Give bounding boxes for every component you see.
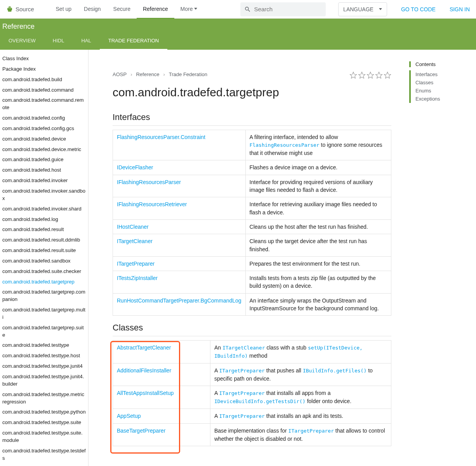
sidebar-item[interactable]: com.android.tradefed.config.gcs xyxy=(2,123,88,134)
topnav-item-secure[interactable]: Secure xyxy=(107,0,137,19)
green-tab-hal[interactable]: HAL xyxy=(73,32,99,50)
table-row: AdditionalFilesInstallerA ITargetPrepare… xyxy=(113,363,391,386)
class-link[interactable]: AdditionalFilesInstaller xyxy=(117,367,171,374)
sidebar-item[interactable]: com.android.tradefed.testtype.suite.modu… xyxy=(2,428,88,446)
breadcrumb-item[interactable]: Reference xyxy=(136,71,159,77)
code-ref[interactable]: ITargetPreparer xyxy=(219,390,264,396)
toc-item-exceptions[interactable]: Exceptions xyxy=(409,95,466,103)
sidebar-item[interactable]: com.android.tradefed.command.remote xyxy=(2,95,88,113)
table-row: ITestsZipInstallerInstalls tests from a … xyxy=(113,271,391,294)
sidebar-item[interactable]: com.android.tradefed.util xyxy=(2,463,88,466)
sidebar-item[interactable]: com.android.tradefed.device xyxy=(2,134,88,144)
code-ref[interactable]: ITargetPreparer xyxy=(219,413,264,419)
sidebar-item[interactable]: com.android.tradefed.log xyxy=(2,214,88,225)
code-ref[interactable]: ITargetPreparer xyxy=(219,368,264,374)
code-ref[interactable]: ITargetPreparer xyxy=(288,428,334,434)
sidebar-item[interactable]: com.android.tradefed.testtype xyxy=(2,340,88,351)
star-icon[interactable] xyxy=(358,71,366,79)
sidebar-item[interactable]: com.android.tradefed.testtype.python xyxy=(2,407,88,417)
sidebar-item[interactable]: com.android.tradefed.invoker xyxy=(2,176,88,186)
go-to-code-link[interactable]: GO TO CODE xyxy=(401,6,436,12)
sidebar-item[interactable]: com.android.tradefed.testtype.suite xyxy=(2,417,88,428)
toc-item-classes[interactable]: Classes xyxy=(409,78,466,87)
sidebar-item[interactable]: com.android.tradefed.testtype.junit4 xyxy=(2,361,88,372)
sidebar-item[interactable]: com.android.tradefed.targetprep.multi xyxy=(2,305,88,323)
table-row: BaseTargetPreparerBase implementation cl… xyxy=(113,423,391,446)
sign-in-link[interactable]: SIGN IN xyxy=(450,6,470,12)
sidebar-item[interactable]: com.android.tradefed.sandbox xyxy=(2,256,88,266)
code-ref[interactable]: ITargetCleaner xyxy=(222,345,265,351)
topnav-item-design[interactable]: Design xyxy=(78,0,107,19)
class-link[interactable]: AllTestAppsInstallSetup xyxy=(117,390,174,396)
sidebar-item[interactable]: com.android.tradefed.suite.checker xyxy=(2,266,88,277)
content-area: AOSP›Reference›Trade Federation com.andr… xyxy=(89,50,476,466)
interface-desc: Interface for providing required version… xyxy=(245,175,391,197)
sidebar-item[interactable]: com.android.tradefed.host xyxy=(2,165,88,176)
sidebar-item[interactable]: com.android.tradefed.guice xyxy=(2,155,88,165)
interface-link[interactable]: IFlashingResourcesRetriever xyxy=(117,201,187,207)
class-link[interactable]: BaseTargetPreparer xyxy=(117,428,165,434)
language-button[interactable]: LANGUAGE xyxy=(338,2,387,16)
breadcrumb-item[interactable]: AOSP xyxy=(113,71,127,77)
sidebar-item[interactable]: com.android.tradefed.command xyxy=(2,85,88,96)
interface-link[interactable]: ITargetPreparer xyxy=(117,261,155,267)
sidebar-item[interactable]: com.android.tradefed.targetprep.suite xyxy=(2,323,88,341)
chevron-right-icon: › xyxy=(163,71,165,77)
star-icon[interactable] xyxy=(384,71,391,79)
code-ref[interactable]: IBuildInfo.getFiles() xyxy=(303,368,367,374)
sidebar-item[interactable]: com.android.tradefed.result.suite xyxy=(2,245,88,256)
sidebar-item[interactable]: com.android.tradefed.targetprep xyxy=(2,277,88,287)
search-input[interactable] xyxy=(254,6,322,12)
search-box[interactable] xyxy=(240,2,326,16)
sidebar-item[interactable]: com.android.tradefed.build xyxy=(2,75,88,85)
sidebar-item[interactable]: com.android.tradefed.testtype.junit4.bui… xyxy=(2,372,88,389)
green-tab-trade-federation[interactable]: TRADE FEDERATION xyxy=(100,32,168,50)
logo[interactable]: Source xyxy=(6,5,34,14)
sidebar-item[interactable]: com.android.tradefed.result.ddmlib xyxy=(2,235,88,245)
star-icon[interactable] xyxy=(367,71,374,79)
sidebar-item[interactable]: Package Index xyxy=(2,64,88,75)
breadcrumb-item[interactable]: Trade Federation xyxy=(169,71,207,77)
green-tab-overview[interactable]: OVERVIEW xyxy=(0,32,44,50)
rating-stars[interactable] xyxy=(349,71,391,79)
toc-item-interfaces[interactable]: Interfaces xyxy=(409,70,466,78)
table-row: ITargetCleanerCleans up the target devic… xyxy=(113,234,391,257)
code-ref[interactable]: FlashingResourcesParser xyxy=(250,142,320,148)
topnav-item-set-up[interactable]: Set up xyxy=(50,0,78,19)
star-icon[interactable] xyxy=(349,71,357,79)
interface-link[interactable]: IFlashingResourcesParser xyxy=(117,179,181,185)
code-ref[interactable]: IDeviceBuildInfo.getTestsDir() xyxy=(214,398,306,404)
green-tab-hidl[interactable]: HIDL xyxy=(44,32,73,50)
sidebar-item[interactable]: com.android.tradefed.config xyxy=(2,113,88,123)
class-link[interactable]: AbstractTargetCleaner xyxy=(117,344,171,351)
topnav-item-more[interactable]: More xyxy=(174,0,204,19)
class-link[interactable]: AppSetup xyxy=(117,413,141,419)
sidebar-item[interactable]: com.android.tradefed.testtype.metricregr… xyxy=(2,389,88,407)
interface-link[interactable]: FlashingResourcesParser.Constraint xyxy=(117,134,205,140)
sidebar-item[interactable]: com.android.tradefed.invoker.sandbox xyxy=(2,186,88,204)
sidebar-item[interactable]: com.android.tradefed.testtype.testdefs xyxy=(2,446,88,464)
interface-link[interactable]: IDeviceFlasher xyxy=(117,164,153,170)
table-row: IFlashingResourcesParserInterface for pr… xyxy=(113,175,391,197)
interface-link[interactable]: ITestsZipInstaller xyxy=(117,275,158,281)
sidebar-item[interactable]: com.android.tradefed.testtype.host xyxy=(2,351,88,361)
interface-desc: Prepares the test environment for the te… xyxy=(245,256,391,271)
interface-desc: A filtering interface, intended to allow… xyxy=(245,130,391,160)
interface-link[interactable]: IHostCleaner xyxy=(117,224,149,230)
star-icon[interactable] xyxy=(375,71,383,79)
table-row: IDeviceFlasherFlashes a device image on … xyxy=(113,160,391,175)
sidebar-item[interactable]: com.android.tradefed.invoker.shard xyxy=(2,204,88,214)
topnav-item-reference[interactable]: Reference xyxy=(137,0,174,19)
main: Class IndexPackage Indexcom.android.trad… xyxy=(0,50,476,466)
toc-item-enums[interactable]: Enums xyxy=(409,87,466,95)
sidebar-item[interactable]: com.android.tradefed.device.metric xyxy=(2,144,88,155)
table-row: AppSetupA ITargetPreparer that installs … xyxy=(113,409,391,423)
sidebar-item[interactable]: com.android.tradefed.targetprep.companio… xyxy=(2,287,88,305)
sidebar-item[interactable]: com.android.tradefed.result xyxy=(2,224,88,235)
interface-link[interactable]: ITargetCleaner xyxy=(117,238,153,244)
interfaces-table: FlashingResourcesParser.ConstraintA filt… xyxy=(113,130,391,316)
interface-desc: An interface simply wraps the OutputStre… xyxy=(245,293,391,316)
interface-desc: Installs tests from a tests zip file (as… xyxy=(245,271,391,294)
sidebar-item[interactable]: Class Index xyxy=(2,54,88,64)
interface-link[interactable]: RunHostCommandTargetPreparer.BgCommandLo… xyxy=(117,297,241,304)
